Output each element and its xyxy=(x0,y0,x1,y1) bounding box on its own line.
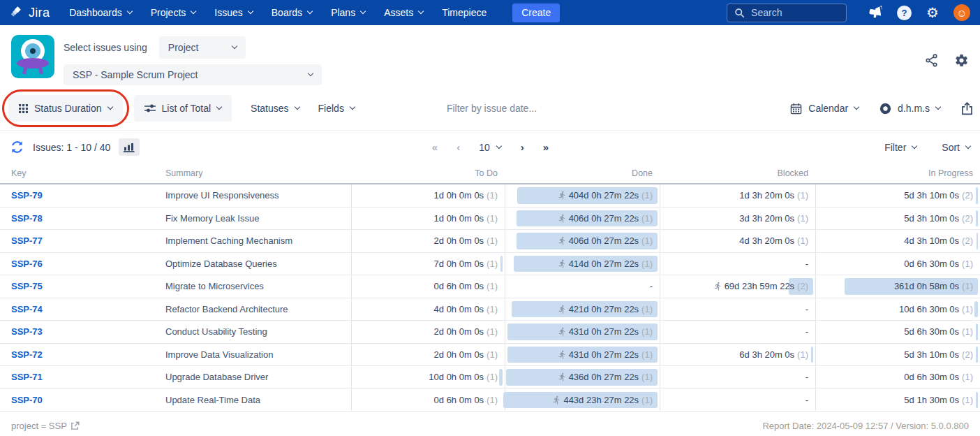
done-duration-cell: 421d 0h 27m 22s (1) xyxy=(505,298,660,321)
duration-value: 431d 0h 27m 22s xyxy=(569,326,639,337)
issue-key-link[interactable]: SSP-74 xyxy=(11,304,43,314)
table-row: SSP-79 Improve UI Responsiveness 1d 0h 0… xyxy=(0,184,980,208)
blocked-duration-cell: 6d 3h 20m 0s (1) xyxy=(660,344,815,366)
done-duration-cell: 443d 23h 27m 22s (1) xyxy=(505,389,660,412)
calendar-dropdown[interactable]: Calendar xyxy=(790,103,859,115)
nav-item-assets[interactable]: Assets xyxy=(384,7,423,18)
duration-count: (1) xyxy=(487,190,498,201)
issue-key-link[interactable]: SSP-73 xyxy=(11,326,43,337)
filter-dropdown[interactable]: Filter xyxy=(884,142,916,153)
create-button[interactable]: Create xyxy=(512,3,560,22)
settings-icon[interactable] xyxy=(926,6,939,20)
duration-count: (1) xyxy=(487,349,498,360)
column-header-done: Done xyxy=(505,168,660,178)
column-header-inprogress: In Progress xyxy=(815,168,980,178)
duration-value: 6d 3h 20m 0s xyxy=(739,349,794,360)
column-header-key: Key xyxy=(0,168,165,178)
nav-item-timepiece[interactable]: Timepiece xyxy=(442,7,487,18)
brand-name: Jira xyxy=(29,6,50,20)
statuses-dropdown[interactable]: Statuses xyxy=(251,103,299,114)
chart-view-button[interactable] xyxy=(119,138,140,156)
issue-key-link[interactable]: SSP-71 xyxy=(11,372,43,382)
duration-count: (1) xyxy=(641,190,653,201)
done-duration-cell: 406d 0h 27m 22s (1) xyxy=(505,208,660,230)
inprogress-duration-cell: 5d 3h 10m 0s (2) xyxy=(815,344,980,366)
chevron-down-icon xyxy=(307,8,313,14)
duration-value: 0d 6h 30m 0s xyxy=(904,372,959,382)
next-page-button[interactable]: › xyxy=(521,141,524,153)
done-duration-cell: 431d 0h 27m 22s (1) xyxy=(505,321,660,343)
todo-duration-cell: 2d 0h 0m 0s (1) xyxy=(351,230,505,252)
duration-count: (1) xyxy=(487,213,498,224)
done-duration-cell: 406d 0h 27m 22s (1) xyxy=(505,230,660,252)
nav-item-dashboards[interactable]: Dashboards xyxy=(69,7,132,18)
external-link-icon[interactable] xyxy=(70,421,80,430)
nav-item-boards[interactable]: Boards xyxy=(272,7,312,18)
fields-dropdown[interactable]: Fields xyxy=(318,103,355,114)
last-page-button[interactable]: » xyxy=(543,141,548,153)
duration-count: (2) xyxy=(962,349,973,360)
duration-count: (1) xyxy=(487,372,498,382)
issue-summary: Improve UI Responsiveness xyxy=(165,184,351,207)
duration-bar xyxy=(976,347,978,363)
grid-icon xyxy=(19,104,28,113)
chevron-down-icon xyxy=(418,8,424,14)
duration-count: (1) xyxy=(487,395,498,405)
chevron-down-icon xyxy=(496,143,502,148)
share-icon[interactable] xyxy=(924,53,939,68)
time-format-dropdown[interactable]: d.h.m.s xyxy=(879,103,940,115)
duration-value: 2d 0h 0m 0s xyxy=(434,326,484,337)
chevron-down-icon xyxy=(232,43,237,49)
issue-key-link[interactable]: SSP-79 xyxy=(11,190,43,201)
announcements-icon[interactable] xyxy=(867,5,882,20)
duration-count: (1) xyxy=(641,259,653,269)
duration-value: - xyxy=(805,372,808,382)
blocked-duration-cell: - xyxy=(660,253,815,275)
table-body: SSP-79 Improve UI Responsiveness 1d 0h 0… xyxy=(0,184,980,412)
first-page-button[interactable]: « xyxy=(432,141,437,153)
view-mode-dropdown[interactable]: List of Total xyxy=(134,95,232,122)
duration-value: 361d 0h 58m 0s xyxy=(894,281,959,291)
issue-key-link[interactable]: SSP-76 xyxy=(11,259,43,269)
duration-value: 421d 0h 27m 22s xyxy=(569,304,639,314)
project-select-dropdown[interactable]: SSP - Sample Scrum Project xyxy=(64,64,322,85)
nav-item-projects[interactable]: Projects xyxy=(151,7,196,18)
search-input[interactable]: Search xyxy=(727,3,847,22)
export-icon[interactable] xyxy=(961,102,973,115)
issue-key-link[interactable]: SSP-78 xyxy=(11,213,43,224)
issue-summary: Implement Caching Mechanism xyxy=(165,230,351,252)
duration-bar xyxy=(499,369,503,386)
duration-value: 406d 0h 27m 22s xyxy=(569,213,639,224)
alien-leg xyxy=(22,68,27,75)
column-header-todo: To Do xyxy=(351,168,505,178)
issue-source-mode-dropdown[interactable]: Project xyxy=(159,36,246,59)
refresh-icon[interactable] xyxy=(10,140,24,154)
duration-value: 0d 6h 0m 0s xyxy=(434,395,484,405)
issue-key-link[interactable]: SSP-72 xyxy=(11,349,43,360)
issue-key-link[interactable]: SSP-70 xyxy=(11,395,43,405)
duration-count: (1) xyxy=(641,349,653,360)
duration-value: - xyxy=(650,281,653,291)
duration-count: (1) xyxy=(962,259,973,269)
blocked-duration-cell: 4d 3h 20m 0s (1) xyxy=(660,230,815,252)
duration-value: 10d 6h 30m 0s xyxy=(899,304,959,314)
blocked-duration-cell: 69d 23h 59m 22s (2) xyxy=(660,275,815,298)
user-avatar[interactable] xyxy=(953,4,970,21)
jira-brand[interactable]: Jira xyxy=(10,6,50,20)
nav-item-plans[interactable]: Plans xyxy=(331,7,365,18)
table-row: SSP-76 Optimize Database Queries 7d 0h 0… xyxy=(0,253,980,276)
runner-icon xyxy=(558,372,567,382)
duration-value: 414d 0h 27m 22s xyxy=(569,259,639,269)
help-icon[interactable] xyxy=(897,6,912,20)
duration-count: (1) xyxy=(641,372,653,382)
duration-value: 5d 3h 10m 0s xyxy=(904,349,959,360)
nav-item-issues[interactable]: Issues xyxy=(214,7,252,18)
sort-dropdown[interactable]: Sort xyxy=(942,142,970,153)
report-settings-gear-icon[interactable] xyxy=(954,53,969,68)
issue-key-link[interactable]: SSP-75 xyxy=(11,281,43,291)
issue-key-link[interactable]: SSP-77 xyxy=(11,235,43,246)
page-size-dropdown[interactable]: 10 xyxy=(479,142,501,153)
prev-page-button[interactable]: ‹ xyxy=(456,141,459,153)
issue-date-filter-input[interactable]: Filter by issue date... xyxy=(447,103,537,114)
report-type-dropdown[interactable]: Status Duration xyxy=(8,95,123,122)
